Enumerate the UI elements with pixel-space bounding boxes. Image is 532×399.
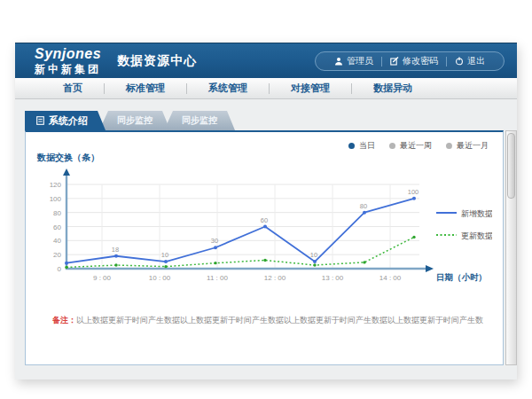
data-point[interactable] <box>412 236 415 239</box>
x-axis-arrow-icon <box>426 265 434 272</box>
tab-label: 系统介绍 <box>49 114 88 128</box>
vertical-scrollbar[interactable] <box>505 130 517 365</box>
data-point[interactable] <box>313 260 317 263</box>
radio-icon <box>446 143 452 149</box>
filter-last-week[interactable]: 最近一周 <box>389 140 432 152</box>
data-point[interactable] <box>263 259 266 262</box>
nav-item-system-mgmt[interactable]: 系统管理 <box>187 82 269 95</box>
page-title: 数据资源中心 <box>117 53 197 69</box>
x-tick-label: 9 : 00 <box>93 274 112 282</box>
data-point[interactable] <box>164 265 167 268</box>
data-point[interactable] <box>65 262 68 265</box>
data-point[interactable] <box>65 266 67 269</box>
footnote-text: 以上数据更新于时间产生数据以上数据更新于时间产生数据以上数据更新于时间产生数据以… <box>76 316 483 325</box>
data-point[interactable] <box>114 254 118 258</box>
company-logo: Synjones 新中新集团 <box>35 47 101 74</box>
nav-item-home[interactable]: 首页 <box>42 82 104 95</box>
data-point-label: 60 <box>261 216 268 224</box>
x-tick-label: 11 : 00 <box>207 274 228 282</box>
data-point[interactable] <box>313 263 316 266</box>
logout-label: 退出 <box>467 55 485 67</box>
data-point[interactable] <box>363 261 365 263</box>
user-icon <box>334 57 343 66</box>
y-tick-label: 60 <box>53 223 61 231</box>
y-axis-arrow-icon <box>63 168 70 176</box>
data-point[interactable] <box>164 260 168 263</box>
footnote: 备注：以上数据更新于时间产生数据以上数据更新于时间产生数据以上数据更新于时间产生… <box>52 315 483 326</box>
tab-bar: 系统介绍 同步监控 同步监控 <box>15 99 517 130</box>
x-tick-label: 10 : 00 <box>149 274 171 282</box>
change-password-button[interactable]: 修改密码 <box>382 55 446 67</box>
y-tick-label: 40 <box>53 237 61 245</box>
data-point-label: 30 <box>211 237 218 245</box>
filter-label: 最近一月 <box>457 140 489 152</box>
logo-text-cn: 新中新集团 <box>35 64 101 74</box>
app-header: Synjones 新中新集团 数据资源中心 管理员 修改密码 <box>15 43 517 78</box>
y-tick-label: 100 <box>50 195 62 203</box>
user-menu-button[interactable]: 管理员 <box>326 55 381 67</box>
line-chart: 0204060801001209 : 0010 : 0011 : 0012 : … <box>43 166 492 299</box>
user-toolbar: 管理员 修改密码 退出 <box>315 51 505 71</box>
tab-label: 同步监控 <box>117 114 153 127</box>
data-point[interactable] <box>214 262 216 264</box>
y-tick-label: 0 <box>58 265 62 273</box>
data-point-label: 10 <box>161 251 168 259</box>
data-point[interactable] <box>214 246 217 249</box>
tab-system-intro[interactable]: 系统介绍 <box>25 111 106 130</box>
tab-sync-monitor-1[interactable]: 同步监控 <box>99 111 170 130</box>
legend-label[interactable]: 更新数据 <box>461 231 492 240</box>
data-point-label: 100 <box>408 188 419 196</box>
radio-icon <box>389 143 395 149</box>
filter-label: 当日 <box>359 140 375 152</box>
filter-label: 最近一周 <box>400 140 432 152</box>
nav-item-standard-mgmt[interactable]: 标准管理 <box>105 82 186 95</box>
data-point[interactable] <box>412 197 416 200</box>
app-window: Synjones 新中新集团 数据资源中心 管理员 修改密码 <box>15 43 517 379</box>
chart-x-axis-title: 日期（小时） <box>436 272 487 283</box>
user-label: 管理员 <box>347 55 373 67</box>
main-nav: 首页 标准管理 系统管理 对接管理 数据异动 <box>15 78 517 99</box>
filter-today[interactable]: 当日 <box>348 140 375 152</box>
content-panel: 当日 最近一周 最近一月 数据交换（条） 0204060801001209 : … <box>25 130 504 365</box>
edit-icon <box>390 57 399 66</box>
range-filter-group: 当日 最近一周 最近一月 <box>348 140 489 152</box>
logo-text-en: Synjones <box>35 47 101 61</box>
data-point[interactable] <box>263 225 267 229</box>
radio-selected-icon <box>348 143 355 149</box>
x-tick-label: 14 : 00 <box>379 274 402 282</box>
y-tick-label: 80 <box>53 209 61 217</box>
footnote-prefix: 备注： <box>52 316 76 325</box>
data-point[interactable] <box>114 263 117 266</box>
x-tick-label: 12 : 00 <box>264 274 286 282</box>
power-icon <box>455 57 464 66</box>
change-password-label: 修改密码 <box>403 55 438 67</box>
nav-item-interface-mgmt[interactable]: 对接管理 <box>270 82 351 95</box>
scrollbar-thumb[interactable] <box>507 133 515 199</box>
y-tick-label: 20 <box>53 251 61 259</box>
tab-label: 同步监控 <box>182 114 217 127</box>
y-tick-label: 120 <box>50 181 62 189</box>
data-point-label: 80 <box>360 202 367 210</box>
filter-last-month[interactable]: 最近一月 <box>446 140 489 152</box>
x-tick-label: 13 : 00 <box>322 274 344 282</box>
tab-sync-monitor-2[interactable]: 同步监控 <box>164 111 235 130</box>
document-icon <box>36 116 44 125</box>
data-point-label: 10 <box>310 251 317 259</box>
logout-button[interactable]: 退出 <box>447 55 493 67</box>
data-point-label: 18 <box>112 246 119 254</box>
legend-label[interactable]: 新增数据 <box>461 209 492 218</box>
chart-y-axis-title: 数据交换（条） <box>37 152 99 164</box>
data-point[interactable] <box>363 211 366 215</box>
nav-item-data-change[interactable]: 数据异动 <box>352 82 434 95</box>
